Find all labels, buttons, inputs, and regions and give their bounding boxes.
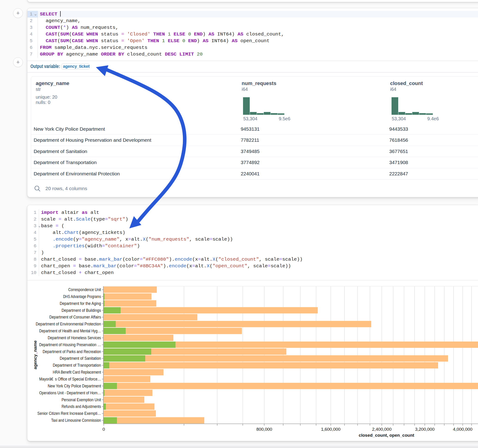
svg-text:Department of Environmental Pr: Department of Environmental Protection [36,322,101,326]
svg-text:Department of Transportation: Department of Transportation [53,363,101,367]
svg-text:New York City Police Departmen: New York City Police Department [48,384,101,388]
svg-text:Department of Sanitation: Department of Sanitation [60,356,101,361]
svg-text:agency_name: agency_name [33,340,38,369]
svg-text:Personal Exemption Unit: Personal Exemption Unit [62,398,101,402]
svg-text:Taxi and Limousine Commission: Taxi and Limousine Commission [51,418,101,423]
svg-text:4,000,000: 4,000,000 [453,427,472,432]
svg-text:3,200,000: 3,200,000 [415,427,435,432]
svg-text:2,400,000: 2,400,000 [372,427,391,432]
svg-text:DHS Advantage Programs: DHS Advantage Programs [63,294,101,299]
svg-text:Department for the Aging: Department for the Aging [60,301,101,306]
svg-text:Department of Buildings: Department of Buildings [62,308,101,313]
svg-text:800,000: 800,000 [256,427,272,432]
svg-text:Correspondence Unit: Correspondence Unit [68,287,101,292]
svg-text:Department of Homeless Service: Department of Homeless Services [48,336,101,340]
svg-text:closed_count, open_count: closed_count, open_count [359,433,414,438]
svg-text:Department of Health and Menta: Department of Health and Mental Hyg… [39,329,101,333]
svg-text:1,600,000: 1,600,000 [321,427,340,432]
svg-text:Operations Unit - Department o: Operations Unit - Department of Hom… [39,391,101,395]
svg-text:0: 0 [103,427,105,432]
svg-text:Refunds and Adjustments: Refunds and Adjustments [62,404,101,409]
svg-text:Department of Housing Preserva: Department of Housing Preservation … [39,342,101,347]
svg-text:Senior Citizen Rent Increase E: Senior Citizen Rent Increase Exempti… [37,411,101,416]
svg-text:Department of Consumer Affairs: Department of Consumer Affairs [49,315,101,319]
svg-text:Department of Parks and Recrea: Department of Parks and Recreation [43,349,101,354]
svg-text:Mayorâ€ s Office of Special En: Mayorâ€ s Office of Special Enforce… [39,377,101,381]
svg-text:HRA Benefit Card Replacement: HRA Benefit Card Replacement [53,370,101,374]
